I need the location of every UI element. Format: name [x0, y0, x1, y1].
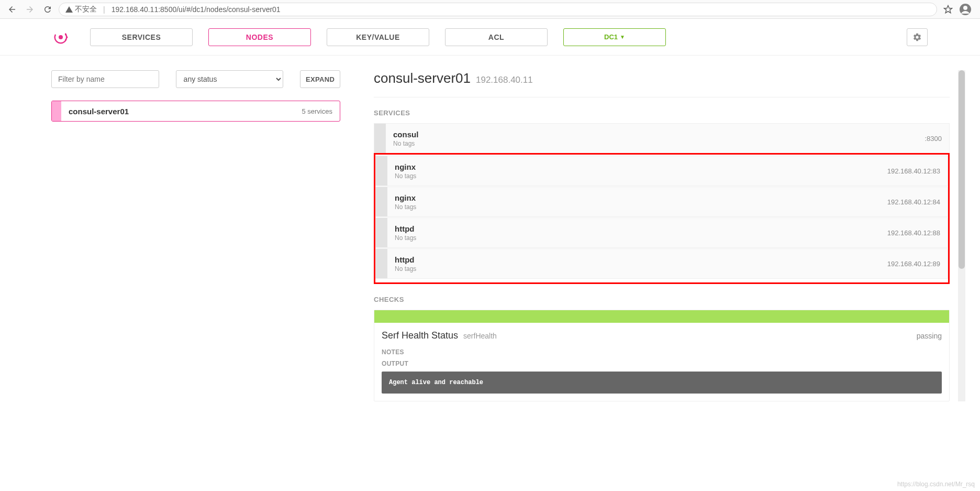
gear-icon — [912, 32, 922, 42]
node-ip: 192.168.40.11 — [476, 75, 533, 85]
account-icon[interactable] — [959, 3, 972, 16]
svg-point-7 — [65, 39, 66, 40]
service-name: nginx — [395, 193, 416, 202]
svg-point-4 — [59, 35, 63, 39]
service-address: 192.168.40.12:83 — [887, 167, 940, 175]
node-services-count: 5 services — [302, 107, 332, 115]
insecure-badge: 不安全 — [65, 5, 97, 14]
service-address: 192.168.40.12:84 — [887, 198, 940, 206]
reload-icon[interactable] — [43, 5, 52, 14]
nav-keyvalue[interactable]: KEY/VALUE — [327, 28, 429, 46]
status-select[interactable]: any status — [176, 70, 284, 88]
datacenter-selector[interactable]: DC1▼ — [563, 28, 666, 46]
insecure-text: 不安全 — [75, 5, 97, 14]
nav-acl[interactable]: ACL — [445, 28, 548, 46]
notes-label: NOTES — [382, 348, 942, 356]
browser-toolbar-right — [943, 3, 972, 16]
check-output: Agent alive and reachable — [382, 372, 942, 394]
url-text: 192.168.40.11:8500/ui/#/dc1/nodes/consul… — [112, 5, 281, 14]
service-status-indicator — [376, 187, 387, 216]
checks-section-label: CHECKS — [374, 296, 950, 303]
filter-input[interactable] — [51, 70, 159, 88]
node-title: consul-server01 — [374, 70, 471, 86]
svg-point-5 — [65, 34, 66, 35]
service-address: 192.168.40.12:89 — [887, 260, 940, 268]
app-header: SERVICES NODES KEY/VALUE ACL DC1▼ — [0, 19, 980, 56]
service-name: consul — [393, 130, 418, 139]
browser-nav — [7, 5, 52, 14]
check-body: NOTES OUTPUT Agent alive and reachable — [374, 348, 949, 401]
content: any status EXPAND consul-server01 5 serv… — [0, 56, 980, 401]
check-item[interactable]: Serf Health Status serfHealth passing NO… — [374, 310, 950, 401]
service-tags: No tags — [395, 265, 416, 272]
warning-icon — [65, 6, 73, 13]
service-status-indicator — [376, 156, 387, 186]
service-status-indicator — [374, 124, 386, 153]
node-name: consul-server01 — [69, 107, 129, 116]
output-label: OUTPUT — [382, 360, 942, 367]
svg-marker-0 — [944, 5, 952, 13]
check-header: Serf Health Status serfHealth passing — [374, 323, 949, 348]
service-status-indicator — [376, 249, 387, 278]
service-item[interactable]: nginx No tags 192.168.40.12:83 — [375, 156, 948, 186]
node-status-indicator — [52, 101, 61, 121]
consul-logo — [52, 29, 69, 46]
service-tags: No tags — [395, 172, 416, 180]
left-column: any status EXPAND consul-server01 5 serv… — [51, 70, 340, 401]
url-bar[interactable]: 不安全 | 192.168.40.11:8500/ui/#/dc1/nodes/… — [59, 3, 937, 16]
scrollbar-thumb[interactable] — [959, 70, 965, 269]
service-tags: No tags — [395, 203, 416, 211]
browser-toolbar: 不安全 | 192.168.40.11:8500/ui/#/dc1/nodes/… — [0, 0, 980, 19]
check-id: serfHealth — [463, 332, 497, 340]
expand-button[interactable]: EXPAND — [300, 70, 340, 88]
settings-button[interactable] — [907, 28, 928, 46]
node-list-item[interactable]: consul-server01 5 services — [51, 101, 340, 122]
nav-services[interactable]: SERVICES — [90, 28, 193, 46]
service-status-indicator — [376, 218, 387, 247]
svg-point-2 — [963, 6, 967, 10]
right-column: consul-server01 192.168.40.11 SERVICES c… — [374, 70, 950, 401]
node-header: consul-server01 192.168.40.11 — [374, 70, 950, 97]
service-address: 192.168.40.12:88 — [887, 229, 940, 237]
service-tags: No tags — [393, 140, 418, 147]
service-item[interactable]: nginx No tags 192.168.40.12:84 — [375, 187, 948, 217]
check-title: Serf Health Status — [382, 330, 458, 341]
svg-point-6 — [66, 36, 68, 38]
service-name: httpd — [395, 224, 416, 233]
service-name: httpd — [395, 255, 416, 264]
service-item[interactable]: httpd No tags 192.168.40.12:88 — [375, 217, 948, 248]
highlight-box: nginx No tags 192.168.40.12:83 nginx No … — [374, 153, 950, 284]
forward-icon — [25, 5, 35, 14]
checks-section: CHECKS Serf Health Status serfHealth pas… — [374, 296, 950, 401]
services-section-label: SERVICES — [374, 109, 950, 117]
filter-row: any status EXPAND — [51, 70, 340, 88]
bookmark-icon[interactable] — [943, 5, 953, 14]
chevron-down-icon: ▼ — [620, 34, 625, 40]
nav-nodes[interactable]: NODES — [208, 28, 311, 46]
service-name: nginx — [395, 162, 416, 171]
service-item[interactable]: httpd No tags 192.168.40.12:89 — [375, 248, 948, 279]
service-tags: No tags — [395, 234, 416, 242]
back-icon[interactable] — [7, 5, 17, 14]
check-status: passing — [917, 332, 942, 340]
service-item[interactable]: consul No tags :8300 — [374, 123, 950, 154]
service-address: :8300 — [925, 135, 942, 143]
check-status-bar — [374, 310, 949, 323]
